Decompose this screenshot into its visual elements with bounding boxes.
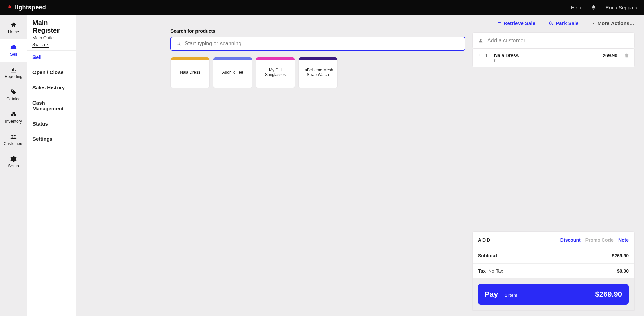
- home-icon: [10, 22, 17, 28]
- note-link[interactable]: Note: [618, 237, 629, 243]
- tax-value: $0.00: [617, 268, 629, 274]
- line-sub: 6: [494, 58, 599, 63]
- rail-item-home[interactable]: Home: [0, 17, 27, 39]
- line-name: Nala Dress: [494, 53, 599, 58]
- rail-label: Inventory: [5, 119, 22, 124]
- sec-item-settings[interactable]: Settings: [32, 136, 71, 142]
- pay-total: $269.90: [595, 290, 622, 299]
- rail-item-inventory[interactable]: Inventory: [0, 106, 27, 129]
- register-icon: [10, 44, 17, 51]
- add-customer[interactable]: Add a customer: [472, 32, 635, 49]
- sec-item-open-close[interactable]: Open / Close: [32, 69, 71, 75]
- brand-logo: lightspeed: [7, 4, 46, 11]
- sec-item-sell[interactable]: Sell: [32, 54, 71, 60]
- sec-item-cash-mgmt[interactable]: Cash Management: [32, 100, 71, 111]
- line-price: 269.90: [603, 53, 617, 58]
- person-icon: [478, 38, 483, 43]
- switch-register[interactable]: Switch: [32, 42, 49, 48]
- discount-link[interactable]: Discount: [560, 237, 581, 243]
- more-actions[interactable]: More Actions…: [592, 20, 635, 26]
- remove-line-button[interactable]: [624, 53, 629, 59]
- outlet-subtitle: Main Outlet: [32, 35, 71, 40]
- subtotal-value: $269.90: [612, 253, 629, 258]
- trash-icon: [624, 53, 629, 58]
- quick-key[interactable]: Nala Dress: [170, 57, 210, 88]
- people-icon: [10, 133, 17, 140]
- rail-label: Catalog: [6, 97, 20, 101]
- flame-icon: [7, 4, 13, 10]
- notifications-icon[interactable]: [591, 5, 596, 10]
- more-label: More Actions…: [598, 20, 635, 26]
- retrieve-sale-action[interactable]: Retrieve Sale: [496, 20, 535, 26]
- quick-keys: Nala Dress Audhild Tee My Girl Sunglasse…: [170, 57, 465, 88]
- rail-label: Reporting: [5, 74, 22, 79]
- register-title: Main Register: [32, 19, 71, 35]
- retrieve-label: Retrieve Sale: [504, 20, 535, 26]
- secondary-nav: Main Register Main Outlet Switch Sell Op…: [27, 15, 76, 316]
- park-sale-action[interactable]: Park Sale: [548, 20, 579, 26]
- pay-items: 1 item: [505, 293, 518, 298]
- boxes-icon: [10, 111, 17, 118]
- quick-key[interactable]: My Girl Sunglasses: [256, 57, 295, 88]
- chevron-right-icon: [477, 53, 482, 58]
- switch-label: Switch: [32, 42, 45, 47]
- chevron-down-icon: [46, 43, 49, 46]
- add-customer-label: Add a customer: [487, 38, 525, 44]
- subtotal-label: Subtotal: [478, 253, 497, 258]
- gear-icon: [10, 156, 17, 162]
- park-label: Park Sale: [556, 20, 579, 26]
- topbar: lightspeed Help Erica Seppala: [0, 0, 644, 15]
- quick-key[interactable]: LaBoheme Mesh Strap Watch: [298, 57, 338, 88]
- rail-label: Customers: [4, 141, 23, 146]
- rail-item-sell[interactable]: Sell: [0, 39, 27, 62]
- add-label: ADD: [478, 237, 491, 243]
- help-link[interactable]: Help: [571, 5, 581, 10]
- rail-label: Setup: [8, 164, 19, 168]
- cart-line[interactable]: 1 Nala Dress 6 269.90: [473, 49, 634, 67]
- user-name[interactable]: Erica Seppala: [606, 5, 637, 10]
- product-search[interactable]: [170, 37, 465, 51]
- cart-lines: 1 Nala Dress 6 269.90: [472, 49, 635, 67]
- tag-icon: [10, 89, 17, 95]
- sale-actions: Retrieve Sale Park Sale More Actions…: [496, 20, 635, 26]
- line-qty: 1: [485, 53, 491, 58]
- search-label: Search for products: [170, 28, 465, 34]
- quick-key[interactable]: Audhild Tee: [213, 57, 252, 88]
- cart-panel: Add a customer 1 Nala Dress 6 269.90: [472, 32, 635, 311]
- brand-name: lightspeed: [15, 4, 46, 11]
- rail-label: Sell: [10, 52, 17, 57]
- tax-label: Tax: [478, 268, 486, 274]
- redo-icon: [496, 21, 502, 26]
- rail-item-setup[interactable]: Setup: [0, 151, 27, 173]
- tax-name: No Tax: [488, 268, 503, 274]
- rail-item-catalog[interactable]: Catalog: [0, 84, 27, 106]
- caret-down-icon: [592, 21, 596, 25]
- search-icon: [176, 41, 181, 46]
- sec-item-status[interactable]: Status: [32, 121, 71, 127]
- rail-label: Home: [8, 30, 19, 35]
- rail-item-customers[interactable]: Customers: [0, 129, 27, 151]
- promo-code-link[interactable]: Promo Code: [585, 237, 614, 243]
- history-icon: [548, 21, 554, 26]
- sec-item-sales-history[interactable]: Sales History: [32, 85, 71, 90]
- rail-item-reporting[interactable]: Reporting: [0, 62, 27, 84]
- search-input[interactable]: [185, 41, 460, 47]
- pay-button[interactable]: Pay 1 item $269.90: [478, 284, 629, 305]
- pay-label: Pay: [485, 290, 498, 299]
- primary-nav: Home Sell Reporting Catalog Inventory Cu…: [0, 15, 27, 316]
- chart-icon: [10, 66, 17, 73]
